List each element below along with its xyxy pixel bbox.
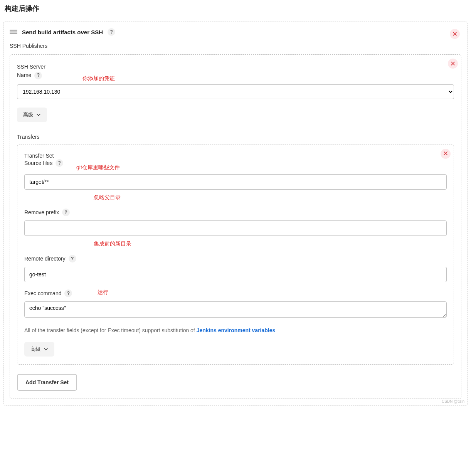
close-icon[interactable]: ✕ [441,149,451,159]
note-exec-command: 运行 [98,289,108,296]
advanced-button[interactable]: 高级 [17,108,47,122]
help-icon[interactable]: ? [64,289,72,297]
chevron-down-icon [36,113,41,117]
help-icon[interactable]: ? [34,72,42,79]
exec-command-label: Exec command [24,290,61,296]
remove-prefix-input[interactable] [24,220,447,236]
note-remove-prefix: 忽略父目录 [94,194,121,201]
note-credentials: 你添加的凭证 [82,74,115,82]
info-text: All of the transfer fields (except for E… [24,327,447,333]
page-title: 构建后操作 [3,4,468,13]
help-icon[interactable]: ? [56,159,63,167]
note-remote-directory: 集成前的新目录 [94,241,131,247]
transfer-set-label: Transfer Set [24,153,54,159]
close-icon[interactable]: ✕ [448,59,458,69]
chevron-down-icon [44,347,48,352]
transfers-label: Transfers [17,134,454,140]
advanced-label: 高级 [23,111,33,118]
name-label: Name [17,71,31,79]
help-icon[interactable]: ? [69,255,76,262]
advanced-label: 高级 [30,346,40,353]
post-build-action-box: Send build artifacts over SSH ? ✕ SSH Pu… [3,22,468,405]
ssh-server-box: ✕ SSH Server Name ? 你添加的凭证 192.168.10.13… [10,54,461,399]
env-vars-link[interactable]: Jenkins environment variables [197,327,276,333]
exec-command-input[interactable]: echo "success" [24,301,447,318]
help-icon[interactable]: ? [62,209,70,216]
close-icon[interactable]: ✕ [450,29,460,39]
watermark: CSDN @tizin [442,399,464,404]
add-transfer-set-button[interactable]: Add Transfer Set [17,374,77,391]
ssh-server-group-label: SSH Server [17,62,45,71]
remote-directory-input[interactable] [24,267,447,282]
help-icon[interactable]: ? [108,28,115,36]
section-header: Send build artifacts over SSH ? ✕ [10,28,461,36]
remote-directory-label: Remote directory [24,256,66,262]
source-files-input[interactable] [24,174,447,190]
transfer-set-box: ✕ Transfer Set Source files ? git仓库里哪些文件… [17,145,454,365]
note-source-files: git仓库里哪些文件 [76,164,120,171]
advanced-button[interactable]: 高级 [24,342,54,357]
publishers-label: SSH Publishers [10,43,461,49]
section-title: Send build artifacts over SSH [22,29,103,35]
source-files-label: Source files [24,160,52,166]
remove-prefix-label: Remove prefix [24,209,59,215]
drag-handle-icon[interactable] [10,30,17,34]
ssh-server-select[interactable]: 192.168.10.130 [17,84,454,99]
